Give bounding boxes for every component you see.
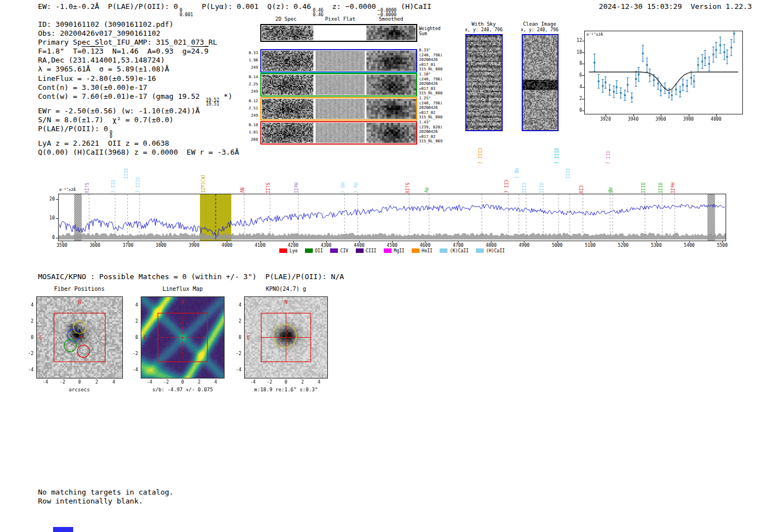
spectrum-x-tick-mark [293, 241, 294, 243]
spectrum-x-tick-label: 4800 [486, 243, 497, 248]
spectrum-x-tick-label: 5000 [552, 243, 562, 248]
header-stats: EW: -1.0±-0.2Å P(LAE)/P(OII): 000.001 P(… [38, 2, 431, 17]
fit-x-tick-label: 3920 [600, 117, 611, 122]
fit-y-tick-mark [582, 64, 584, 64]
spec2d-annotation-line: v017_02 [419, 135, 442, 140]
info-line: EWr = -2.50(±0.56) (w: -1.10(±0.24))Å [38, 107, 239, 116]
legend-label: CIII [366, 248, 376, 253]
spectrum-x-tick-label: 3700 [122, 243, 133, 248]
info-line: Cont(n) = 3.30(±0.00)e-17 [38, 83, 239, 92]
spectrum-x-tick-label: 4600 [419, 243, 430, 248]
spec2d-row-annotation: 1.25"(240, 796)20200426v017_02315_RL_088 [419, 96, 442, 120]
fiber-positions-title: Fiber Positions [54, 286, 104, 292]
fit-y-tick-label: 12 [571, 38, 582, 43]
spec2d-row-flat-canvas [316, 51, 365, 71]
line-marker-label: SiIV [404, 183, 409, 193]
col-title-smoothed: Smoothed [379, 16, 403, 22]
spectrum-x-tick-mark [689, 241, 690, 243]
header-timestamp: 2024-12-30 15:03:29 Version 1.22.3 [599, 2, 752, 11]
spectrum-x-tick-mark [359, 241, 360, 243]
spectrum-x-tick-label: 3900 [189, 243, 199, 248]
cutout-x-tick-label: -4 [147, 380, 152, 385]
spectrum-x-tick-label: 5300 [651, 243, 661, 248]
line-marker-label: SiII [265, 183, 270, 193]
spec2d-row-2d-canvas [262, 51, 313, 71]
spec2d-row [260, 49, 417, 73]
legend-label: (H)CaII [486, 248, 505, 253]
spec2d-annotation-line: 20200426 [419, 130, 442, 135]
spec2d-annotation-line: (239, 620) [419, 125, 442, 130]
spectrum-x-tick-mark [194, 241, 194, 243]
cutout-x-tick-label: -4 [250, 380, 256, 385]
fit-y-tick-mark [582, 87, 584, 88]
legend-swatch [279, 248, 287, 253]
spec2d-row-weights: 0.331.96249 [244, 50, 258, 71]
spectrum-x-tick-label: 4200 [288, 243, 298, 248]
spectrum-x-tick-label: 5500 [717, 243, 727, 248]
spectrum-x-tick-label: 4700 [453, 243, 464, 248]
spectrum-x-tick-mark [227, 241, 227, 243]
spectrum-x-tick-mark [590, 241, 591, 243]
spec2d-row-smoothed-canvas [366, 51, 416, 71]
info-line: Cont(w) = 7.60(±0.01)e-17 (gmag 19.52 19… [38, 92, 239, 107]
spec2d-weight-value: 2.51 [244, 105, 258, 112]
spectrum-x-tick-label: 3600 [89, 243, 100, 248]
fit-y-tick-label: 4 [571, 84, 582, 89]
spectrum-x-tick-mark [623, 241, 624, 243]
spec2d-annotation-line: 315_RL_069 [419, 139, 442, 144]
spec2d-weight-value: 0.10 [244, 122, 258, 129]
with-sky-image [465, 34, 503, 131]
spectrum-x-tick-mark [128, 241, 128, 243]
info-line: LyA z = 2.2621 OII z = 0.0638 [38, 139, 239, 148]
line-marker-label: OII { [605, 151, 610, 164]
cutout-y-tick-label: 0 [128, 335, 138, 340]
clean-image-title: Clean Image [523, 21, 556, 27]
line-marker-label: Hγ [424, 188, 429, 193]
fit-plot-canvas [585, 31, 742, 114]
line-marker-label: OIII { [135, 177, 140, 193]
weighted-sum-strip [260, 24, 417, 42]
footer-line: Row intentionally blank. [38, 497, 174, 506]
spec2d-row-annotation: 1.43"(239, 620)20200426v017_02315_RL_069 [419, 120, 442, 144]
line-marker-label: OIII [538, 183, 543, 193]
weighted-sum-2d-canvas [262, 26, 313, 40]
line-marker-label: SiIV [84, 183, 89, 193]
spec2d-annotation-line: (240, 796) [419, 53, 442, 58]
spectrum-x-tick-mark [161, 241, 161, 243]
cutout-x-tick-label: -2 [60, 380, 65, 385]
cutout-y-tick-label: 4 [231, 303, 241, 308]
cutout-x-tick-label: -4 [42, 380, 48, 385]
cutout-y-tick-label: -4 [23, 367, 34, 372]
fit-x-tick-mark [716, 114, 717, 117]
fit-y-tick-mark [582, 111, 584, 111]
cutout-y-tick-label: 2 [128, 319, 138, 324]
info-line: P(LAE)/P(OII): 000 [38, 124, 239, 139]
sup-sub-value: 0.460.46 [313, 8, 323, 17]
lineflux-map-overlay: NE [141, 297, 224, 378]
spec2d-row-annotation: 0.33"(240, 796)20200426v017_01315_RL_088 [419, 48, 442, 72]
cutout-y-tick-label: 4 [128, 303, 138, 308]
spec2d-weight-value: 249 [244, 88, 258, 95]
spec2d-row-annotation: 1.10"(240, 796)20200426v017_03315_RL_088 [419, 72, 442, 96]
spec2d-row-smoothed-canvas [366, 99, 416, 119]
spec2d-weight-value: 1.96 [244, 57, 258, 64]
spec2d-annotation-line: 1.25" [419, 96, 442, 101]
fit-y-tick-mark [582, 41, 584, 41]
spec2d-weight-value: 2.25 [244, 81, 258, 88]
info-line: ID: 3090161102 (3090161102.pdf) [38, 20, 239, 29]
fit-y-tick-mark [582, 99, 584, 99]
fit-x-tick-label: 3960 [655, 117, 666, 122]
legend-label: (K)CaII [450, 248, 469, 253]
cutout-x-tick-label: -2 [164, 380, 169, 385]
clean-image-coords: x, y: 240, 796 [521, 27, 558, 32]
spectrum-x-tick-mark [392, 241, 393, 243]
info-line: RA,Dec (231.414001,53.148724) [38, 56, 239, 65]
fiber-circle [86, 331, 98, 343]
spectrum-legend: LyαOIICIVCIIIMgIIHeII(K)CaII(H)CaII [58, 248, 726, 253]
spec2d-annotation-line: v017_01 [419, 63, 442, 68]
spec2d-annotation-line: 1.43" [419, 120, 442, 125]
cutout-y-tick-label: 4 [23, 303, 34, 308]
legend-swatch [305, 248, 313, 253]
fiber-circle [61, 352, 73, 365]
fit-y-tick-mark [582, 75, 584, 76]
